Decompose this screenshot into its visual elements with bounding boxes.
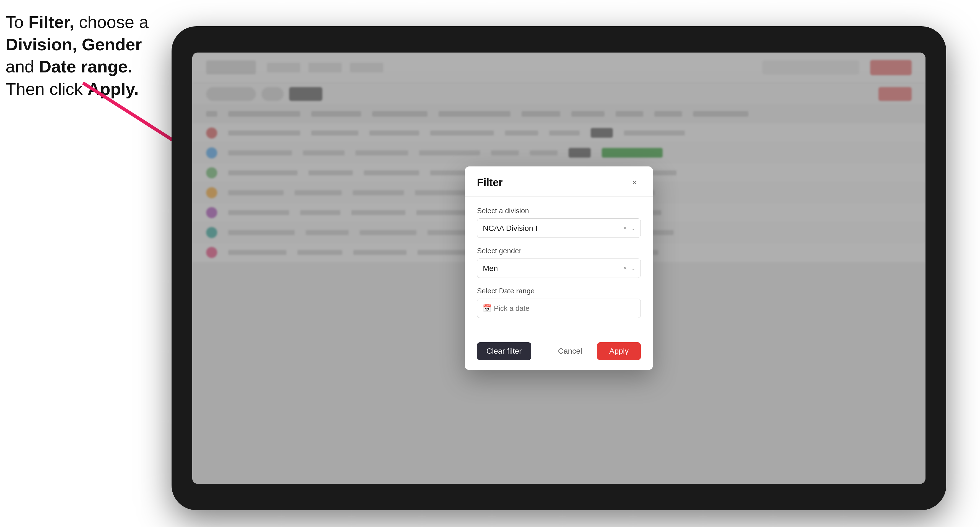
clear-filter-button[interactable]: Clear filter	[477, 342, 531, 360]
gender-form-group: Select gender Men Women × ⌄	[477, 247, 641, 278]
modal-overlay: Filter × Select a division NCAA Division…	[192, 52, 926, 484]
date-label: Select Date range	[477, 287, 641, 295]
instruction-line4: Then click Apply.	[6, 79, 138, 98]
tablet-screen: Filter × Select a division NCAA Division…	[192, 52, 926, 484]
division-form-group: Select a division NCAA Division I NCAA D…	[477, 206, 641, 238]
division-select-wrapper: NCAA Division I NCAA Division II NCAA Di…	[477, 218, 641, 238]
division-select[interactable]: NCAA Division I NCAA Division II NCAA Di…	[477, 218, 641, 238]
gender-clear-icon[interactable]: ×	[624, 265, 627, 272]
tablet-frame: Filter × Select a division NCAA Division…	[172, 26, 946, 510]
date-form-group: Select Date range 📅	[477, 287, 641, 318]
instruction-bold4: Apply.	[88, 79, 138, 98]
filter-dialog: Filter × Select a division NCAA Division…	[465, 167, 653, 370]
date-input-wrapper: 📅	[477, 298, 641, 318]
instruction-text: To Filter, choose a Division, Gender and…	[6, 11, 161, 100]
dialog-close-button[interactable]: ×	[628, 176, 641, 189]
calendar-icon: 📅	[482, 304, 492, 313]
dialog-header: Filter ×	[465, 167, 653, 197]
cancel-button[interactable]: Cancel	[549, 342, 592, 360]
instruction-line3: and Date range.	[6, 57, 132, 76]
dialog-footer-right: Cancel Apply	[549, 342, 641, 360]
apply-button[interactable]: Apply	[597, 342, 641, 360]
dialog-title: Filter	[477, 177, 503, 189]
instruction-bold2: Division, Gender	[6, 35, 142, 54]
gender-select[interactable]: Men Women	[477, 259, 641, 278]
gender-select-wrapper: Men Women × ⌄	[477, 259, 641, 278]
instruction-bold3: Date range.	[39, 57, 132, 76]
division-clear-icon[interactable]: ×	[624, 224, 627, 232]
instruction-line1: To Filter, choose a	[6, 13, 149, 32]
dialog-footer: Clear filter Cancel Apply	[465, 337, 653, 370]
gender-label: Select gender	[477, 247, 641, 255]
date-input[interactable]	[477, 298, 641, 318]
dialog-body: Select a division NCAA Division I NCAA D…	[465, 197, 653, 337]
division-label: Select a division	[477, 206, 641, 215]
